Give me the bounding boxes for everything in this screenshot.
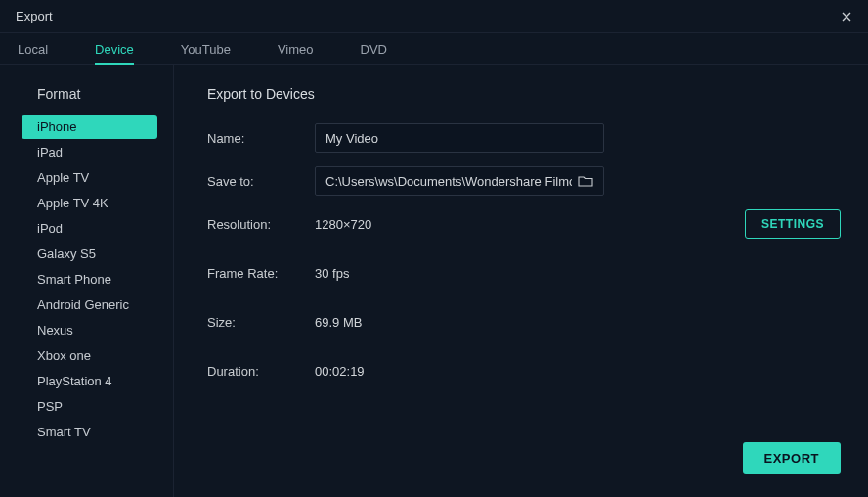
format-item-galaxy-s5[interactable]: Galaxy S5 <box>22 243 157 266</box>
row-duration: Duration: 00:02:19 <box>207 356 841 385</box>
close-icon <box>842 12 851 22</box>
sidebar-title: Format <box>22 86 157 102</box>
format-item-android-generic[interactable]: Android Generic <box>22 294 157 317</box>
row-save-to: Save to: C:\Users\ws\Documents\Wondersha… <box>207 166 841 196</box>
format-item-nexus[interactable]: Nexus <box>22 319 157 342</box>
body: Format iPhone iPad Apple TV Apple TV 4K … <box>0 65 868 497</box>
footer: EXPORT <box>743 442 841 474</box>
format-item-ipod[interactable]: iPod <box>22 217 157 241</box>
tab-local[interactable]: Local <box>16 35 67 64</box>
label-resolution: Resolution: <box>207 217 315 232</box>
format-item-smart-tv[interactable]: Smart TV <box>22 421 157 444</box>
settings-button[interactable]: SETTINGS <box>745 209 841 239</box>
name-input[interactable]: My Video <box>315 123 604 153</box>
format-item-apple-tv-4k[interactable]: Apple TV 4K <box>22 192 157 215</box>
name-input-value: My Video <box>326 131 593 146</box>
value-resolution: 1280×720 <box>315 217 371 232</box>
export-button[interactable]: EXPORT <box>743 442 841 474</box>
label-duration: Duration: <box>207 364 315 379</box>
value-frame-rate: 30 fps <box>315 266 349 281</box>
format-item-xbox-one[interactable]: Xbox one <box>22 344 157 368</box>
tab-vimeo[interactable]: Vimeo <box>278 35 333 64</box>
format-item-iphone[interactable]: iPhone <box>22 115 157 139</box>
format-item-ipad[interactable]: iPad <box>22 141 157 164</box>
format-item-psp[interactable]: PSP <box>22 395 157 419</box>
value-size: 69.9 MB <box>315 315 362 330</box>
format-item-playstation-4[interactable]: PlayStation 4 <box>22 370 157 393</box>
row-size: Size: 69.9 MB <box>207 307 841 337</box>
label-save-to: Save to: <box>207 174 315 189</box>
save-to-input[interactable]: C:\Users\ws\Documents\Wondershare Filmo <box>315 166 604 196</box>
folder-icon <box>578 175 593 187</box>
tab-dvd[interactable]: DVD <box>361 35 407 64</box>
tab-device[interactable]: Device <box>95 35 153 64</box>
value-duration: 00:02:19 <box>315 364 365 379</box>
save-to-value: C:\Users\ws\Documents\Wondershare Filmo <box>326 174 572 189</box>
row-name: Name: My Video <box>207 123 841 153</box>
window-title: Export <box>16 9 53 23</box>
tabs: Local Device YouTube Vimeo DVD <box>0 33 868 65</box>
row-frame-rate: Frame Rate: 30 fps <box>207 258 841 288</box>
titlebar: Export <box>0 0 868 33</box>
label-frame-rate: Frame Rate: <box>207 266 315 281</box>
label-name: Name: <box>207 131 315 146</box>
sidebar: Format iPhone iPad Apple TV Apple TV 4K … <box>0 65 174 497</box>
main-title: Export to Devices <box>207 86 841 102</box>
format-item-smart-phone[interactable]: Smart Phone <box>22 268 157 292</box>
close-button[interactable] <box>837 7 856 26</box>
main: Export to Devices Name: My Video Save to… <box>174 65 868 497</box>
row-resolution: Resolution: 1280×720 SETTINGS <box>207 209 841 239</box>
format-item-apple-tv[interactable]: Apple TV <box>22 166 157 190</box>
label-size: Size: <box>207 315 315 330</box>
tab-youtube[interactable]: YouTube <box>181 35 250 64</box>
